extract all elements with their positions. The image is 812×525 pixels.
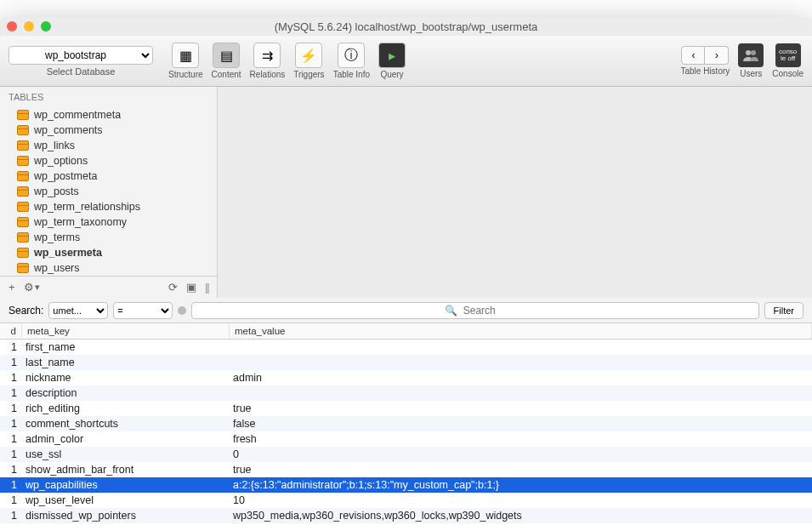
table-item-label: wp_users: [34, 262, 80, 274]
table-item-label: wp_term_taxonomy: [34, 216, 127, 228]
search-input[interactable]: [191, 302, 758, 319]
table-item[interactable]: wp_postmeta: [0, 168, 217, 184]
table-row[interactable]: 1description: [0, 385, 812, 401]
table-item[interactable]: wp_term_taxonomy: [0, 214, 217, 230]
table-item[interactable]: wp_options: [0, 153, 217, 168]
table-icon: [17, 125, 29, 135]
table-item-label: wp_term_relationships: [34, 201, 140, 213]
table-item-label: wp_posts: [34, 185, 79, 197]
table-icon: [17, 110, 29, 120]
table-item[interactable]: wp_posts: [0, 184, 217, 199]
content-icon: ▤: [213, 43, 240, 68]
table-item-label: wp_comments: [34, 124, 103, 136]
table-row[interactable]: 1dismissed_wp_pointerswp350_media,wp360_…: [0, 508, 812, 523]
table-item[interactable]: wp_comments: [0, 123, 217, 138]
sidebar-gear-button[interactable]: ⚙▾: [24, 281, 40, 294]
table-row[interactable]: 1wp_capabilitiesa:2:{s:13:"administrator…: [0, 477, 812, 493]
table-info-button[interactable]: ⓘ Table Info: [330, 41, 373, 81]
table-row[interactable]: 1comment_shortcutsfalse: [0, 416, 812, 431]
minimize-window[interactable]: [24, 21, 34, 31]
table-icon: [17, 263, 29, 273]
query-button[interactable]: ▸ Query: [375, 41, 409, 81]
table-item[interactable]: wp_terms: [0, 230, 217, 245]
svg-point-0: [746, 50, 751, 55]
close-window[interactable]: [7, 21, 17, 31]
relations-icon: ⇉: [253, 43, 281, 68]
table-header: d meta_key meta_value: [0, 323, 812, 340]
database-select[interactable]: wp_bootstrap: [9, 46, 153, 65]
table-icon: [17, 186, 29, 197]
tables-header: TABLES: [0, 87, 217, 107]
table-icon: [17, 248, 29, 258]
table-item-label: wp_commentmeta: [34, 109, 121, 121]
content-button[interactable]: ▤ Content: [208, 41, 245, 81]
col-header-id[interactable]: d: [0, 323, 22, 339]
table-item-label: wp_links: [34, 140, 75, 151]
table-icon: [17, 232, 29, 243]
table-item-label: wp_usermeta: [34, 247, 102, 259]
table-row[interactable]: 1wp_user_level10: [0, 493, 812, 508]
svg-point-1: [751, 50, 756, 55]
window-title: (MySQL 5.6.24) localhost/wp_bootstrap/wp…: [0, 20, 812, 33]
structure-button[interactable]: ▦ Structure: [165, 41, 207, 81]
tables-list: wp_commentmetawp_commentswp_linkswp_opti…: [0, 107, 217, 276]
query-icon: ▸: [378, 43, 406, 68]
users-icon[interactable]: [738, 43, 764, 67]
table-item-label: wp_options: [34, 155, 88, 167]
database-select-label: Select Database: [47, 66, 116, 77]
refresh-tables-button[interactable]: ⟳: [168, 281, 178, 294]
console-icon[interactable]: conso le off: [775, 43, 801, 67]
add-table-button[interactable]: +: [9, 281, 15, 294]
table-item[interactable]: wp_links: [0, 138, 217, 153]
table-row[interactable]: 1show_admin_bar_fronttrue: [0, 462, 812, 477]
table-icon: [17, 217, 29, 227]
table-icon: [17, 171, 29, 181]
table-row[interactable]: 1rich_editingtrue: [0, 401, 812, 416]
history-fwd-button[interactable]: ›: [705, 46, 729, 65]
triggers-icon: ⚡: [295, 43, 322, 68]
table-row[interactable]: 1admin_colorfresh: [0, 431, 812, 447]
table-row[interactable]: 1last_name: [0, 355, 812, 370]
table-info-icon: ⓘ: [338, 43, 365, 68]
table-icon: [17, 140, 29, 151]
col-header-key[interactable]: meta_key: [22, 323, 230, 339]
history-back-button[interactable]: ‹: [681, 46, 705, 65]
table-icon: [17, 202, 29, 212]
search-add-button[interactable]: [178, 306, 186, 315]
zoom-window[interactable]: [41, 21, 51, 31]
sidebar-mode-button[interactable]: ▣: [186, 281, 196, 294]
table-row[interactable]: 1nicknameadmin: [0, 370, 812, 385]
data-rows: 1first_name1last_name1nicknameadmin1desc…: [0, 340, 812, 525]
filter-button[interactable]: Filter: [764, 302, 803, 319]
table-item-label: wp_terms: [34, 231, 80, 243]
triggers-button[interactable]: ⚡ Triggers: [290, 41, 327, 81]
table-item[interactable]: wp_users: [0, 260, 217, 276]
table-row[interactable]: 1first_name: [0, 340, 812, 355]
sidebar-drag-handle[interactable]: |||: [205, 281, 208, 294]
relations-button[interactable]: ⇉ Relations: [247, 41, 289, 81]
table-item[interactable]: wp_usermeta: [0, 245, 217, 260]
search-field-select[interactable]: umet...: [48, 302, 108, 319]
table-item[interactable]: wp_term_relationships: [0, 199, 217, 214]
col-header-val[interactable]: meta_value: [230, 323, 812, 339]
table-icon: [17, 156, 29, 166]
search-label: Search:: [9, 305, 43, 317]
table-row[interactable]: 1use_ssl0: [0, 447, 812, 462]
table-item-label: wp_postmeta: [34, 170, 97, 182]
structure-icon: ▦: [172, 43, 199, 68]
search-op-select[interactable]: =: [113, 302, 173, 319]
table-item[interactable]: wp_commentmeta: [0, 107, 217, 123]
